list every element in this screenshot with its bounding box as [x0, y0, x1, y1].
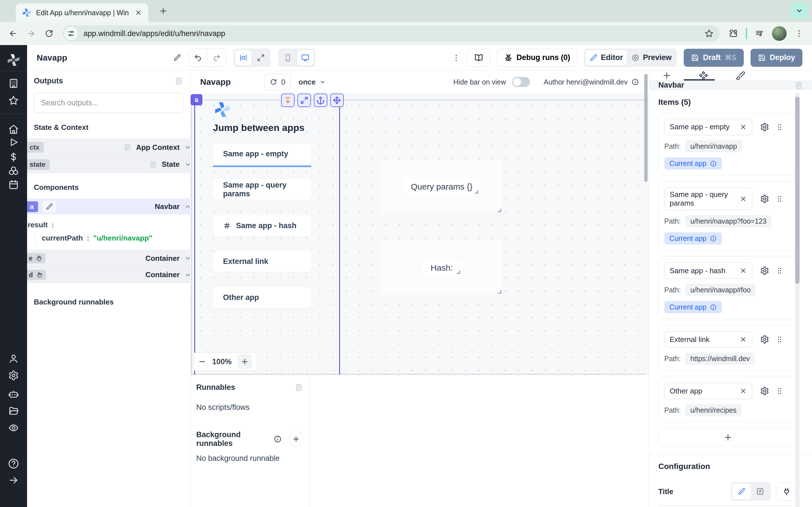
- more-menu-icon[interactable]: [452, 54, 460, 62]
- title-value-input[interactable]: Jump between apps: [658, 505, 797, 507]
- rename-app-icon[interactable]: [173, 54, 181, 62]
- item-label-input[interactable]: External link: [664, 331, 752, 348]
- panel-scrollbar-thumb[interactable]: [795, 97, 800, 284]
- item-path[interactable]: https://windmill.dev: [685, 353, 755, 365]
- centered-layout-button[interactable]: [235, 50, 252, 66]
- zoom-in-button[interactable]: [238, 354, 252, 369]
- anchor-component-button[interactable]: [314, 94, 327, 107]
- tab-add-component[interactable]: [662, 71, 671, 80]
- doc-icon[interactable]: [795, 81, 803, 90]
- info-icon[interactable]: [710, 160, 717, 167]
- zoom-out-button[interactable]: [198, 357, 206, 366]
- windmill-logo[interactable]: [6, 53, 20, 67]
- tab-editor[interactable]: Editor: [585, 50, 627, 66]
- redo-button[interactable]: [207, 49, 226, 66]
- add-background-runnable-button[interactable]: [289, 431, 303, 447]
- item-label-input[interactable]: Same app - hash: [664, 263, 752, 279]
- extensions-icon[interactable]: [729, 29, 738, 38]
- site-settings-chip[interactable]: [64, 27, 78, 40]
- chevron-down-icon[interactable]: [184, 161, 190, 168]
- avatar[interactable]: [772, 26, 786, 41]
- tab-preview[interactable]: Preview: [627, 50, 675, 66]
- reload-button[interactable]: [45, 29, 54, 38]
- debug-runs-button[interactable]: Debug runs (0): [497, 49, 577, 67]
- users-icon[interactable]: [8, 353, 19, 364]
- clear-icon[interactable]: [740, 267, 747, 274]
- forward-button[interactable]: [27, 29, 36, 38]
- query-params-container[interactable]: Query params {}: [380, 160, 503, 214]
- resize-handle[interactable]: [498, 209, 501, 212]
- item-path[interactable]: u/henri/navapp#foo: [685, 284, 756, 296]
- tab-close-icon[interactable]: [135, 9, 142, 16]
- favorites-icon[interactable]: [8, 95, 19, 106]
- chevron-down-icon[interactable]: [184, 255, 190, 262]
- workspace-icon[interactable]: [8, 78, 19, 89]
- help-icon[interactable]: [8, 458, 19, 469]
- clear-icon[interactable]: [740, 123, 747, 131]
- bookmark-star-icon[interactable]: [705, 29, 714, 38]
- drag-handle-icon[interactable]: [775, 194, 784, 203]
- collapse-rail-icon[interactable]: [8, 475, 19, 486]
- component-row-d[interactable]: d Container: [27, 267, 190, 283]
- workers-icon[interactable]: [8, 389, 19, 399]
- home-icon[interactable]: [8, 124, 19, 135]
- component-row-e[interactable]: e Container: [27, 250, 190, 267]
- move-component-button[interactable]: [330, 94, 344, 107]
- selected-component-tag[interactable]: a: [191, 94, 202, 105]
- resize-handle[interactable]: [475, 190, 478, 193]
- nav-item-hash[interactable]: Same app - hash: [213, 215, 311, 236]
- undo-button[interactable]: [189, 49, 207, 66]
- docs-button[interactable]: [467, 49, 490, 67]
- desktop-view-button[interactable]: [297, 50, 314, 66]
- info-icon[interactable]: [710, 235, 717, 242]
- resize-handle[interactable]: [457, 270, 460, 274]
- output-row-ctx[interactable]: ctx App Context: [27, 138, 190, 156]
- chevron-down-icon[interactable]: [184, 144, 190, 151]
- runs-icon[interactable]: [8, 137, 19, 148]
- info-icon[interactable]: [631, 78, 639, 86]
- chevron-down-icon[interactable]: [184, 271, 190, 279]
- app-canvas[interactable]: a Jump between apps Same app - empty: [190, 94, 649, 375]
- connect-button[interactable]: [776, 482, 797, 501]
- item-path[interactable]: u/henri/recipes: [685, 404, 742, 416]
- drag-handle-icon[interactable]: [775, 123, 784, 131]
- settings-icon[interactable]: [8, 370, 19, 381]
- static-mode-button[interactable]: [732, 484, 751, 499]
- fill-height-button[interactable]: [281, 94, 295, 107]
- browser-tab[interactable]: Edit App u/henri/navapp | Win: [16, 3, 148, 22]
- component-row-navbar[interactable]: a Navbar: [27, 199, 190, 214]
- nav-item-external-link[interactable]: External link: [213, 251, 311, 272]
- output-row-state[interactable]: state State: [27, 156, 190, 173]
- nav-item-query-params[interactable]: Same app - query params: [213, 179, 311, 200]
- run-mode-dropdown[interactable]: once: [299, 78, 326, 87]
- media-playlist-icon[interactable]: [755, 29, 764, 38]
- back-button[interactable]: [8, 29, 17, 38]
- nav-item-same-app-empty[interactable]: Same app - empty: [213, 144, 311, 164]
- mobile-view-button[interactable]: [280, 50, 296, 66]
- clear-icon[interactable]: [740, 387, 747, 395]
- item-settings-icon[interactable]: [760, 122, 769, 131]
- resize-handle[interactable]: [498, 290, 501, 293]
- drag-handle-icon[interactable]: [775, 267, 784, 275]
- item-label-input[interactable]: Same app - query params: [664, 187, 752, 210]
- item-path[interactable]: u/henri/navapp: [685, 140, 742, 152]
- add-nav-item-button[interactable]: [658, 429, 797, 446]
- item-settings-icon[interactable]: [760, 266, 769, 275]
- fullwidth-layout-button[interactable]: [252, 50, 269, 66]
- tab-search-button[interactable]: [791, 3, 808, 19]
- nav-item-other-app[interactable]: Other app: [213, 287, 311, 308]
- expression-mode-button[interactable]: [751, 484, 769, 499]
- variables-icon[interactable]: [8, 152, 19, 163]
- hash-container[interactable]: Hash:: [380, 240, 503, 295]
- item-path[interactable]: u/henri/navapp?foo=123: [685, 215, 771, 227]
- chevron-up-icon[interactable]: [184, 203, 190, 210]
- search-outputs-input[interactable]: [34, 93, 183, 113]
- tab-styling[interactable]: [735, 71, 745, 80]
- drag-handle-icon[interactable]: [775, 335, 784, 344]
- deploy-button[interactable]: Deploy: [751, 49, 802, 67]
- resources-icon[interactable]: [8, 166, 19, 177]
- info-icon[interactable]: [710, 304, 717, 311]
- clear-icon[interactable]: [740, 336, 747, 343]
- refresh-button[interactable]: 0: [264, 74, 290, 90]
- item-settings-icon[interactable]: [760, 194, 769, 203]
